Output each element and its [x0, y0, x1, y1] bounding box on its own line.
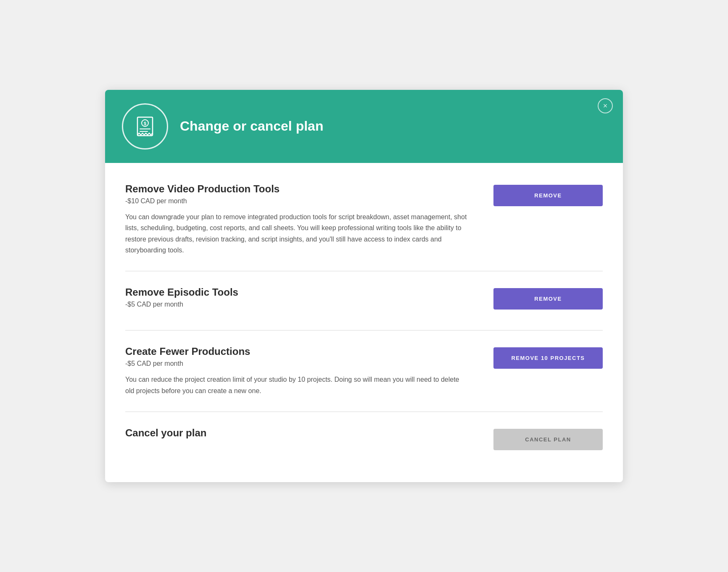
section-action-video: REMOVE [493, 183, 603, 206]
section-action-episodic: REMOVE [493, 286, 603, 310]
section-price-episodic: -$5 CAD per month [125, 301, 477, 308]
section-title-cancel: Cancel your plan [125, 427, 477, 439]
modal-body: Remove Video Production Tools -$10 CAD p… [105, 163, 623, 482]
section-remove-video-tools: Remove Video Production Tools -$10 CAD p… [125, 180, 603, 272]
section-content-cancel: Cancel your plan [125, 427, 477, 441]
remove-episodic-button[interactable]: REMOVE [493, 288, 603, 310]
close-button[interactable]: × [598, 98, 613, 113]
section-content-video: Remove Video Production Tools -$10 CAD p… [125, 183, 477, 256]
modal-container: $ Change or cancel plan × Remove Video P… [105, 90, 623, 482]
svg-text:$: $ [144, 121, 146, 126]
section-remove-episodic: Remove Episodic Tools -$5 CAD per month … [125, 271, 603, 331]
modal-title: Change or cancel plan [180, 118, 323, 134]
cancel-plan-button[interactable]: CANCEL PLAN [493, 429, 603, 450]
section-price-fewer: -$5 CAD per month [125, 360, 477, 367]
section-action-fewer: REMOVE 10 PROJECTS [493, 346, 603, 369]
header-left: $ Change or cancel plan [122, 103, 323, 150]
section-content-fewer: Create Fewer Productions -$5 CAD per mon… [125, 346, 477, 396]
modal-header: $ Change or cancel plan × [105, 90, 623, 163]
section-cancel-plan: Cancel your plan CANCEL PLAN [125, 412, 603, 465]
billing-icon: $ [132, 114, 158, 139]
remove-video-button[interactable]: REMOVE [493, 185, 603, 206]
section-desc-fewer: You can reduce the project creation limi… [125, 374, 470, 396]
remove-10-projects-button[interactable]: REMOVE 10 PROJECTS [493, 347, 603, 369]
section-title-video: Remove Video Production Tools [125, 183, 477, 195]
section-content-episodic: Remove Episodic Tools -$5 CAD per month [125, 286, 477, 315]
section-fewer-productions: Create Fewer Productions -$5 CAD per mon… [125, 331, 603, 412]
section-title-fewer: Create Fewer Productions [125, 346, 477, 357]
section-desc-video: You can downgrade your plan to remove in… [125, 212, 470, 256]
billing-icon-circle: $ [122, 103, 168, 150]
section-action-cancel: CANCEL PLAN [493, 427, 603, 450]
section-price-video: -$10 CAD per month [125, 197, 477, 205]
section-title-episodic: Remove Episodic Tools [125, 286, 477, 298]
